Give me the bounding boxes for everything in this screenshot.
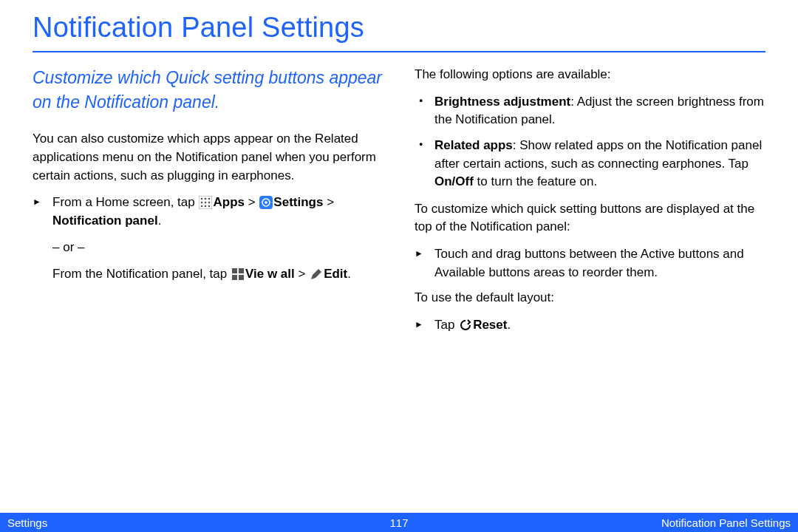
footer-page-number: 117: [389, 516, 408, 529]
right-column: The following options are available: Bri…: [415, 66, 765, 342]
tiles-icon: [231, 267, 245, 281]
svg-point-12: [265, 201, 268, 204]
navigation-steps: From a Home screen, tap Apps > Settings …: [33, 194, 383, 284]
svg-point-5: [205, 202, 207, 204]
default-lead: To use the default layout:: [415, 289, 765, 307]
or-divider: – or –: [52, 238, 383, 257]
footer-section-name: Settings: [0, 516, 389, 529]
options-list: Brightness adjustment: Adjust the screen…: [415, 93, 765, 191]
reset-arrow-icon: [459, 318, 472, 332]
svg-point-1: [201, 198, 203, 200]
pencil-edit-icon: [310, 267, 323, 281]
svg-point-7: [201, 205, 203, 208]
svg-point-8: [205, 205, 207, 208]
option-body: to turn the feature on.: [474, 174, 597, 188]
default-steps: Tap Reset.: [415, 316, 765, 335]
left-column: Customize which Quick setting buttons ap…: [33, 66, 383, 342]
svg-rect-15: [232, 275, 237, 280]
alt-step: From the Notification panel, tap Vie w a…: [52, 265, 383, 284]
period: .: [158, 214, 162, 228]
step-text: From the Notification panel, tap: [52, 267, 231, 281]
option-title: Brightness adjustment: [434, 95, 570, 109]
svg-point-6: [208, 202, 211, 204]
page-subtitle: Customize which Quick setting buttons ap…: [33, 66, 383, 114]
sub-steps: – or – From the Notification panel, tap …: [52, 238, 383, 284]
drag-step: Touch and drag buttons between the Activ…: [415, 245, 765, 282]
customize-steps: Touch and drag buttons between the Activ…: [415, 245, 765, 282]
period: .: [347, 267, 351, 281]
notification-panel-label: Notification panel: [52, 214, 158, 228]
onoff-label: On/Off: [434, 174, 474, 188]
svg-point-9: [208, 205, 211, 208]
option-title: Related apps: [434, 138, 513, 152]
page-title: Notification Panel Settings: [0, 0, 798, 51]
step-text: From a Home screen, tap: [52, 195, 198, 209]
footer-page-title: Notification Panel Settings: [409, 516, 798, 529]
svg-point-2: [205, 198, 207, 200]
viewall-label: Vie w all: [245, 267, 295, 281]
step-item: From a Home screen, tap Apps > Settings …: [33, 194, 383, 284]
settings-label: Settings: [273, 195, 323, 209]
option-related-apps: Related apps: Show related apps on the N…: [415, 137, 765, 191]
svg-point-3: [208, 198, 211, 200]
options-lead: The following options are available:: [415, 66, 765, 84]
separator: >: [295, 267, 309, 281]
content-columns: Customize which Quick setting buttons ap…: [0, 66, 798, 342]
settings-gear-icon: [259, 196, 273, 209]
edit-label: Edit: [324, 267, 347, 281]
separator: >: [245, 195, 259, 209]
apps-label: Apps: [213, 195, 245, 209]
title-divider: [33, 51, 765, 52]
reset-label: Reset: [473, 318, 507, 332]
svg-rect-14: [239, 268, 244, 273]
customize-lead: To customize which quick setting buttons…: [415, 200, 765, 236]
page-footer: Settings 117 Notification Panel Settings: [0, 513, 798, 532]
svg-rect-13: [232, 268, 237, 273]
svg-rect-16: [239, 275, 244, 280]
tap-text: Tap: [434, 318, 458, 332]
svg-point-4: [201, 202, 203, 204]
intro-paragraph: You can also customize which apps appear…: [33, 130, 383, 185]
reset-step: Tap Reset.: [415, 316, 765, 335]
separator: >: [323, 195, 334, 209]
period: .: [507, 318, 511, 332]
apps-grid-icon: [199, 196, 212, 209]
option-brightness: Brightness adjustment: Adjust the screen…: [415, 93, 765, 129]
